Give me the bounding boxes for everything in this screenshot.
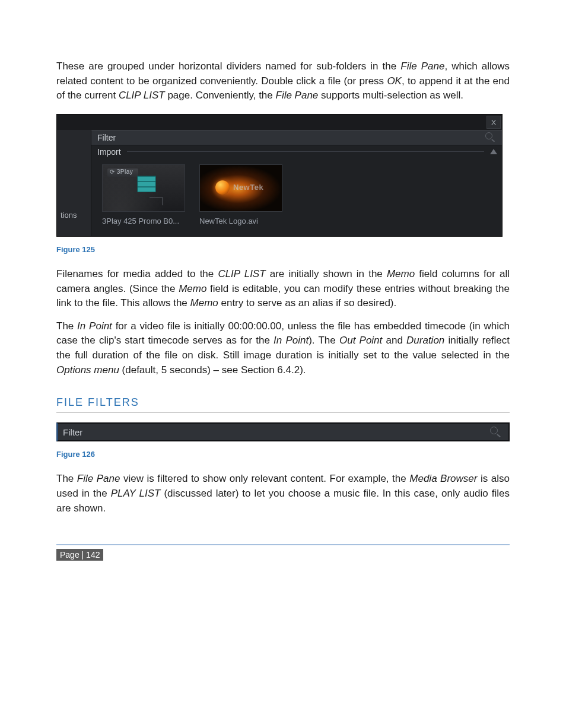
- p3-a: The: [56, 320, 77, 332]
- thumb-3play-corner: [150, 198, 163, 205]
- p3-h: Duration: [406, 335, 444, 346]
- figure-126-caption: Figure 126: [56, 450, 510, 459]
- thumb-newtek-ball-icon: [215, 180, 230, 195]
- p4-d: Media Browser: [409, 473, 477, 484]
- section-label: Import: [97, 147, 121, 157]
- p4-f: PLAY LIST: [111, 488, 161, 499]
- thumb-3play-caption: 3Play 425 Promo B0...: [102, 212, 185, 225]
- p3-b: In Point: [77, 320, 112, 332]
- figure-125-caption: Figure 125: [56, 245, 510, 254]
- p2-d: Memo: [387, 268, 415, 279]
- heading-rule: [56, 412, 510, 413]
- p2-i: entry to serve as an alias if so desired…: [218, 297, 396, 309]
- p3-g: and: [382, 335, 406, 346]
- p1-b: File Pane: [400, 61, 444, 72]
- titlebar: X: [57, 115, 502, 130]
- p2-b: CLIP LIST: [218, 268, 265, 279]
- p2-h: Memo: [190, 297, 218, 309]
- left-rail-tab[interactable]: tions: [57, 130, 91, 236]
- para-2: Filenames for media added to the CLIP LI…: [56, 267, 510, 311]
- filter-row: Filter: [91, 130, 502, 145]
- p1-a: These are grouped under horizontal divid…: [56, 61, 400, 72]
- filter-bar-input[interactable]: Filter: [58, 427, 488, 437]
- para-1: These are grouped under horizontal divid…: [56, 59, 510, 103]
- p1-d: OK: [387, 75, 402, 87]
- close-button[interactable]: X: [486, 116, 501, 129]
- search-icon[interactable]: [484, 132, 498, 143]
- p3-j: Options menu: [56, 364, 119, 376]
- media-browser-panel: X tions Filter Import: [56, 114, 503, 237]
- p3-f: Out Point: [339, 335, 382, 346]
- thumb-3play-graphic: [137, 176, 156, 192]
- p1-g: page. Conveniently, the: [165, 90, 276, 101]
- p1-h: File Pane: [276, 90, 319, 101]
- p2-a: Filenames for media added to the: [56, 268, 218, 279]
- thumb-newtek-text: NewTek: [233, 183, 263, 192]
- p3-d: In Point: [274, 335, 309, 346]
- thumb-3play-mark: ⟳ 3Play: [110, 169, 133, 175]
- search-icon[interactable]: [488, 426, 504, 438]
- para-4: The File Pane view is filtered to show o…: [56, 472, 510, 516]
- para-3: The In Point for a video file is initial…: [56, 319, 510, 378]
- collapse-up-icon[interactable]: [490, 149, 497, 154]
- p3-k: (default, 5 seconds) – see Section 6.4.2…: [119, 364, 306, 376]
- thumb-3play-image: ⟳ 3Play: [102, 164, 185, 212]
- heading-file-filters: FILE FILTERS: [56, 396, 510, 409]
- section-divider: [127, 151, 484, 152]
- thumb-newtek[interactable]: NewTek NewTek Logo.avi: [199, 164, 282, 225]
- p2-c: are initially shown in the: [266, 268, 387, 279]
- filter-input[interactable]: Filter: [91, 133, 484, 142]
- footer-rule: [56, 544, 510, 545]
- thumb-3play[interactable]: ⟳ 3Play 3Play 425 Promo B0...: [102, 164, 185, 225]
- p4-a: The: [56, 473, 77, 484]
- thumb-newtek-caption: NewTek Logo.avi: [199, 212, 282, 225]
- filter-bar: Filter: [56, 422, 510, 441]
- figure-126: Filter: [56, 422, 510, 441]
- thumb-newtek-image: NewTek: [199, 164, 282, 212]
- p1-f: CLIP LIST: [119, 90, 165, 101]
- p4-c: view is filtered to show only relevant c…: [120, 473, 409, 484]
- p3-e: ). The: [309, 335, 339, 346]
- p2-f: Memo: [179, 283, 206, 294]
- p4-b: File Pane: [77, 473, 120, 484]
- page-number: Page | 142: [56, 549, 103, 561]
- figure-125: X tions Filter Import: [56, 114, 503, 237]
- p1-i: supports multi-selection as well.: [318, 90, 463, 101]
- thumbnail-row: ⟳ 3Play 3Play 425 Promo B0... NewTek: [91, 158, 502, 228]
- file-pane: Filter Import ⟳ 3Play: [91, 130, 502, 236]
- section-header-import[interactable]: Import: [91, 145, 502, 158]
